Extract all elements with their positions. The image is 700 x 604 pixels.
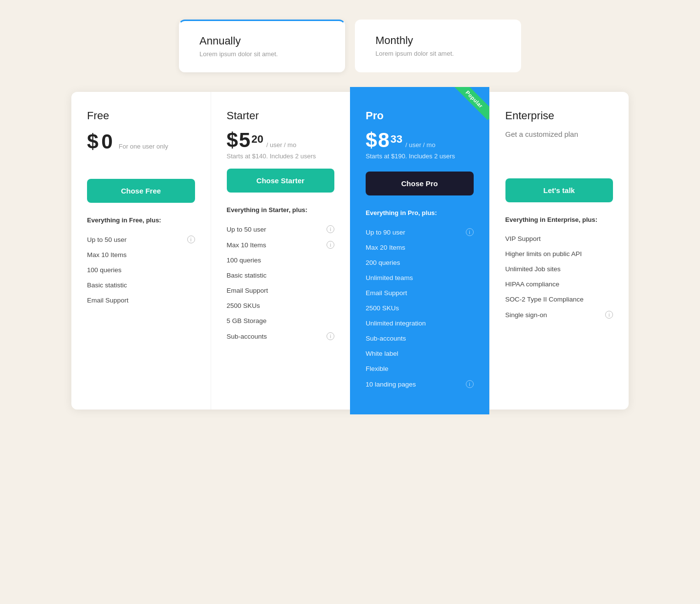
feature-text: Email Support [366, 289, 474, 297]
free-features-list: Up to 50 useriMax 10 Items100 queriesBas… [87, 232, 195, 308]
feature-text: Sub-accounts [227, 333, 327, 340]
feature-item: 2500 SKUs [366, 301, 474, 316]
feature-text: Max 20 Items [366, 244, 474, 251]
pro-features-header: Everything in Pro, plus: [366, 209, 474, 216]
feature-text: 200 queries [366, 259, 474, 266]
billing-monthly-label: Monthly [375, 34, 501, 47]
info-icon[interactable]: i [466, 380, 474, 388]
pro-price-cents: 33 [391, 133, 402, 146]
billing-annually-sub: Lorem ipsum dolor sit amet. [199, 50, 325, 58]
feature-item: Basic statistic [87, 278, 195, 293]
starter-price-whole: 5 [239, 130, 250, 151]
feature-item: Single sign-oni [505, 307, 613, 323]
info-icon[interactable]: i [605, 311, 613, 319]
feature-text: Up to 50 user [87, 236, 187, 243]
enterprise-features-list: VIP SupportHigher limits on public APIUn… [505, 231, 613, 323]
free-plan-name: Free [87, 109, 195, 122]
enterprise-spacer [505, 152, 613, 178]
feature-item: Up to 50 useri [227, 221, 335, 237]
feature-item: VIP Support [505, 231, 613, 246]
pro-features-list: Up to 90 useriMax 20 Items200 queriesUnl… [366, 224, 474, 392]
feature-item: Unlimited integration [366, 316, 474, 331]
feature-item: Max 20 Items [366, 240, 474, 255]
feature-text: 2500 SKUs [366, 304, 474, 312]
feature-text: Basic statistic [87, 281, 195, 289]
pro-price-sub: Starts at $190. Includes 2 users [366, 152, 474, 160]
feature-text: Unlimited integration [366, 320, 474, 327]
feature-text: Unlimited teams [366, 274, 474, 281]
info-icon[interactable]: i [327, 241, 334, 249]
free-price-row: $ 0 For one user only [87, 130, 195, 153]
free-spacer [87, 167, 195, 179]
pro-price-whole: 8 [378, 130, 389, 151]
feature-text: VIP Support [505, 235, 613, 242]
feature-text: Max 10 Items [87, 251, 195, 259]
feature-item: 2500 SKUs [227, 298, 335, 313]
feature-item: 100 queries [87, 262, 195, 278]
feature-item: White label [366, 346, 474, 361]
feature-text: Unlimited Job sites [505, 265, 613, 273]
feature-item: Up to 50 useri [87, 232, 195, 247]
feature-text: Email Support [87, 297, 195, 304]
starter-cta-button[interactable]: Chose Starter [227, 169, 335, 193]
billing-monthly-sub: Lorem ipsum dolor sit amet. [375, 50, 501, 57]
pro-price-period: / user / mo [405, 141, 435, 149]
feature-item: Unlimited Job sites [505, 261, 613, 277]
feature-item: Sub-accountsi [227, 328, 335, 344]
feature-item: 200 queries [366, 255, 474, 270]
feature-item: 5 GB Storage [227, 313, 335, 328]
starter-spacer [227, 163, 335, 169]
feature-text: 5 GB Storage [227, 317, 335, 324]
free-cta-button[interactable]: Chose Free [87, 179, 195, 203]
feature-text: 100 queries [87, 266, 195, 274]
feature-text: Email Support [227, 287, 335, 294]
pro-cta-button[interactable]: Chose Pro [366, 172, 474, 195]
feature-text: Higher limits on public API [505, 250, 613, 258]
feature-text: Sub-accounts [366, 335, 474, 342]
feature-item: HIPAA compliance [505, 277, 613, 292]
feature-item: Higher limits on public API [505, 246, 613, 261]
starter-price-symbol: $ [227, 130, 238, 151]
feature-item: 100 queries [227, 253, 335, 268]
feature-text: White label [366, 350, 474, 357]
feature-item: Max 10 Itemsi [227, 237, 335, 253]
info-icon[interactable]: i [327, 332, 334, 340]
billing-monthly[interactable]: Monthly Lorem ipsum dolor sit amet. [355, 20, 521, 72]
popular-badge: Popular [453, 87, 489, 120]
starter-features-header: Everything in Starter, plus: [227, 206, 335, 214]
free-price-whole: 0 [101, 130, 112, 153]
feature-item: Sub-accounts [366, 331, 474, 346]
enterprise-features-header: Everything in Enterprise, plus: [505, 216, 613, 223]
free-price-symbol: $ [87, 131, 98, 152]
feature-item: Email Support [227, 283, 335, 298]
billing-annually-label: Annually [199, 35, 325, 47]
feature-text: Flexible [366, 365, 474, 372]
plan-enterprise: Enterprise Get a customized plan Let's t… [489, 92, 629, 410]
feature-text: 100 queries [227, 257, 335, 264]
feature-item: Basic statistic [227, 268, 335, 283]
feature-text: HIPAA compliance [505, 280, 613, 288]
plan-pro: Popular Pro $ 8 33 / user / mo Starts at… [350, 87, 489, 414]
starter-price-period: / user / mo [266, 141, 296, 149]
info-icon[interactable]: i [327, 225, 334, 233]
feature-item: Flexible [366, 361, 474, 376]
starter-plan-name: Starter [227, 109, 335, 122]
billing-toggle: Annually Lorem ipsum dolor sit amet. Mon… [179, 20, 521, 72]
enterprise-cta-button[interactable]: Let's talk [505, 178, 613, 202]
plan-starter: Starter $ 5 20 / user / mo Starts at $14… [211, 92, 350, 410]
starter-price-row: $ 5 20 / user / mo [227, 130, 335, 151]
info-icon[interactable]: i [187, 236, 195, 243]
pro-price-row: $ 8 33 / user / mo [366, 130, 474, 151]
feature-text: Basic statistic [227, 272, 335, 279]
info-icon[interactable]: i [466, 228, 474, 236]
feature-text: Max 10 Items [227, 241, 327, 249]
popular-badge-wrap: Popular [450, 87, 489, 126]
feature-text: SOC-2 Type II Compliance [505, 296, 613, 303]
enterprise-cta-text: Get a customized plan [505, 130, 613, 138]
free-features-header: Everything in Free, plus: [87, 216, 195, 224]
enterprise-plan-name: Enterprise [505, 109, 613, 122]
billing-annually[interactable]: Annually Lorem ipsum dolor sit amet. [179, 20, 345, 72]
feature-item: Email Support [366, 285, 474, 301]
feature-text: 10 landing pages [366, 381, 466, 388]
feature-item: SOC-2 Type II Compliance [505, 292, 613, 307]
